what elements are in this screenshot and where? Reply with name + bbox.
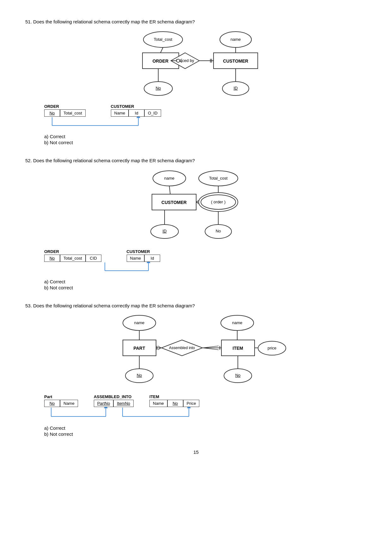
- q53-assembled-label: ASSEMBLED_INTO: [94, 394, 134, 399]
- q51-er-svg: Total_cost name ORDER CUSTOMER Placed by…: [114, 30, 278, 100]
- q53-schema-arrows: [44, 407, 215, 421]
- q53-assembled-table: ASSEMBLED_INTO PartNo ItemNo: [94, 394, 134, 407]
- q52-order-row: No Total_cost CID: [44, 255, 101, 262]
- svg-text:PART: PART: [133, 346, 145, 351]
- svg-text:ID: ID: [233, 86, 238, 90]
- svg-text:Total_cost: Total_cost: [154, 37, 172, 42]
- q53-item-label: ITEM: [149, 394, 199, 399]
- q53-part-name: Name: [60, 400, 78, 407]
- q52-order-label: ORDER: [44, 249, 101, 254]
- svg-text:ID: ID: [162, 229, 166, 233]
- q53-part-no: No: [44, 400, 60, 407]
- q52-schema-arrow: [44, 262, 164, 274]
- q53-assembled-itemno: ItemNo: [113, 400, 134, 407]
- q51-option-a: a) Correct: [44, 134, 367, 139]
- q53-part-label: Part: [44, 394, 78, 399]
- q51-customer-row: Name Id O_ID: [111, 109, 161, 117]
- page-number: 15: [25, 449, 367, 455]
- q52-customer-label: CUSTOMER: [127, 249, 160, 254]
- q51-options: a) Correct b) Not correct: [44, 134, 367, 145]
- q53-diagram-container: name name price PART ITEM Assembled into…: [25, 314, 367, 390]
- q53-item-no: No: [167, 400, 183, 407]
- q52-schema: ORDER No Total_cost CID CUSTOMER Name Id: [44, 249, 367, 274]
- question-51-text: 51. Does the following relational schema…: [25, 19, 367, 24]
- svg-text:Total_cost: Total_cost: [209, 176, 227, 181]
- q53-option-b: b) Not correct: [44, 431, 367, 437]
- question-53-text: 53. Does the following relational schema…: [25, 303, 367, 308]
- q53-assembled-partno: PartNo: [94, 400, 113, 407]
- svg-text:CUSTOMER: CUSTOMER: [161, 200, 187, 205]
- q52-order-no: No: [44, 255, 60, 262]
- svg-text:Assembled into: Assembled into: [169, 346, 195, 350]
- svg-line-42: [169, 186, 170, 194]
- q51-order-label: ORDER: [44, 104, 86, 109]
- svg-text:CUSTOMER: CUSTOMER: [223, 59, 248, 64]
- svg-text:No: No: [235, 373, 240, 378]
- q51-er-diagram: Total_cost name ORDER CUSTOMER Placed by…: [114, 30, 278, 100]
- q53-part-table: Part No Name: [44, 394, 78, 407]
- q53-assembled-row: PartNo ItemNo: [94, 400, 134, 407]
- svg-text:price: price: [267, 346, 276, 350]
- question-52: 52. Does the following relational schema…: [25, 158, 367, 290]
- q51-customer-id: Id: [129, 109, 144, 117]
- svg-text:No: No: [155, 86, 161, 90]
- q52-customer-name: Name: [127, 255, 145, 262]
- q51-schema-arrow: [44, 117, 152, 129]
- q52-option-b: b) Not correct: [44, 285, 367, 290]
- q51-customer-name: Name: [111, 109, 129, 117]
- q53-part-row: No Name: [44, 400, 78, 407]
- q51-diagram-container: Total_cost name ORDER CUSTOMER Placed by…: [25, 30, 367, 100]
- svg-text:No: No: [215, 229, 221, 233]
- q53-er-svg: name name price PART ITEM Assembled into…: [105, 314, 294, 393]
- question-53: 53. Does the following relational schema…: [25, 303, 367, 437]
- q51-order-row: No Total_cost: [44, 109, 86, 117]
- q52-options: a) Correct b) Not correct: [44, 279, 367, 290]
- svg-text:No: No: [136, 373, 142, 378]
- q51-order-totalcost: Total_cost: [60, 109, 86, 117]
- q53-er-diagram: name name price PART ITEM Assembled into…: [105, 314, 288, 390]
- q53-item-price: Price: [183, 400, 200, 407]
- question-52-text: 52. Does the following relational schema…: [25, 158, 367, 163]
- q52-diagram-container: name Total_cost CUSTOMER ( order ) ID No: [25, 169, 367, 245]
- q53-schema: Part No Name ASSEMBLED_INTO PartNo ItemN…: [44, 394, 367, 421]
- q53-item-row: Name No Price: [149, 400, 199, 407]
- svg-line-14: [160, 47, 163, 53]
- q53-item-table: ITEM Name No Price: [149, 394, 199, 407]
- q53-option-a: a) Correct: [44, 425, 367, 431]
- q51-schema: ORDER No Total_cost CUSTOMER Name Id O_I…: [44, 104, 367, 129]
- q52-order-table: ORDER No Total_cost CID: [44, 249, 101, 262]
- q51-customer-label: CUSTOMER: [111, 104, 161, 109]
- q51-customer-table: CUSTOMER Name Id O_ID: [111, 104, 161, 117]
- svg-text:name: name: [230, 37, 241, 42]
- q51-order-no: No: [44, 109, 60, 117]
- svg-text:name: name: [232, 320, 242, 325]
- q51-option-b: b) Not correct: [44, 140, 367, 145]
- q52-option-a: a) Correct: [44, 279, 367, 284]
- q51-order-table: ORDER No Total_cost: [44, 104, 86, 117]
- q52-er-svg: name Total_cost CUSTOMER ( order ) ID No: [120, 169, 272, 248]
- q53-item-name: Name: [149, 400, 167, 407]
- svg-text:ORDER: ORDER: [152, 59, 168, 64]
- svg-text:name: name: [134, 320, 144, 325]
- svg-text:( order ): ( order ): [211, 200, 225, 204]
- q52-customer-id: Id: [144, 255, 160, 262]
- question-51: 51. Does the following relational schema…: [25, 19, 367, 145]
- q52-customer-table: CUSTOMER Name Id: [127, 249, 160, 262]
- q51-customer-oid: O_ID: [144, 109, 161, 117]
- q52-customer-row: Name Id: [127, 255, 160, 262]
- q52-er-diagram: name Total_cost CUSTOMER ( order ) ID No: [120, 169, 272, 245]
- svg-text:name: name: [164, 176, 174, 181]
- q53-options: a) Correct b) Not correct: [44, 425, 367, 437]
- svg-point-19: [177, 59, 180, 62]
- svg-text:ITEM: ITEM: [232, 346, 243, 351]
- q52-order-cid: CID: [86, 255, 101, 262]
- q52-order-totalcost: Total_cost: [60, 255, 86, 262]
